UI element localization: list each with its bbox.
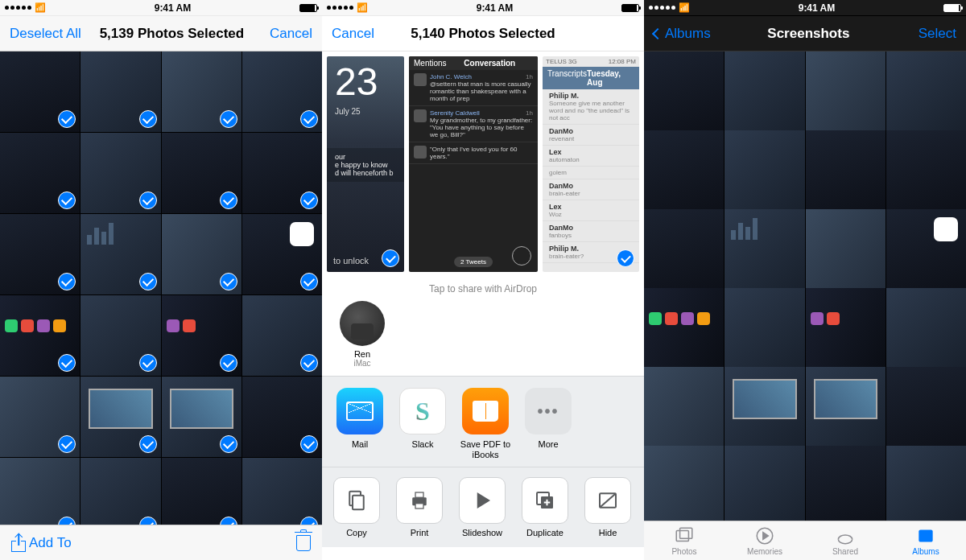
photo-thumb[interactable] <box>806 130 886 211</box>
photo-thumb[interactable] <box>644 130 724 211</box>
airdrop-contact[interactable]: Ren iMac <box>335 301 390 368</box>
photo-thumb[interactable] <box>644 288 724 369</box>
photo-thumb[interactable] <box>162 377 242 457</box>
photo-thumb[interactable] <box>886 130 966 211</box>
wifi-icon: 📶 <box>35 2 46 13</box>
share-thumb-lockscreen[interactable]: 23 July 25 our e happy to know d will he… <box>327 56 404 272</box>
photo-thumb[interactable] <box>242 214 322 294</box>
share-thumb-conversation[interactable]: Mentions Conversation John C. Welch 1h@s… <box>409 56 538 272</box>
selected-check-icon <box>220 110 237 128</box>
photo-grid[interactable] <box>644 51 966 521</box>
airdrop-contacts: Ren iMac <box>322 298 644 376</box>
hide-icon <box>584 477 631 524</box>
bottom-toolbar: Add To <box>0 525 322 560</box>
tab-memories[interactable]: Memories <box>724 525 805 556</box>
photo-thumb[interactable] <box>162 51 242 132</box>
chevron-left-icon <box>652 27 663 39</box>
photo-thumb[interactable] <box>644 209 724 290</box>
photo-thumb[interactable] <box>724 51 804 132</box>
photo-thumb[interactable] <box>806 51 886 132</box>
selected-check-icon <box>139 191 157 209</box>
selected-check-icon <box>139 517 157 525</box>
photo-thumb[interactable] <box>162 133 242 213</box>
lockscreen-day: 23 <box>327 56 404 107</box>
action-hide[interactable]: Hide <box>580 477 636 537</box>
action-slideshow[interactable]: Slideshow <box>454 477 510 537</box>
photo-thumb[interactable] <box>644 367 724 447</box>
photo-thumb[interactable] <box>886 367 966 447</box>
photo-thumb[interactable] <box>724 130 804 211</box>
photo-thumb[interactable] <box>724 446 804 521</box>
photo-thumb[interactable] <box>806 288 886 369</box>
action-duplicate[interactable]: Duplicate <box>517 477 573 537</box>
select-button[interactable]: Select <box>915 26 960 42</box>
nav-title: 5,140 Photos Selected <box>385 26 581 42</box>
signal-icon <box>327 6 353 10</box>
share-apps-row[interactable]: Mail S Slack Save PDF to iBooks ••• More <box>322 376 644 467</box>
svg-rect-9 <box>680 528 692 538</box>
trash-icon[interactable] <box>296 535 311 551</box>
signal-icon <box>649 6 675 10</box>
selected-check-icon <box>300 517 318 525</box>
back-button[interactable]: Albums <box>650 26 714 42</box>
add-to-button[interactable]: Add To <box>26 535 296 551</box>
photo-thumb[interactable] <box>886 288 966 369</box>
photo-thumb[interactable] <box>80 295 160 376</box>
photo-thumb[interactable] <box>0 133 80 213</box>
photo-thumb[interactable] <box>242 377 322 457</box>
status-time: 9:41 AM <box>799 2 836 14</box>
deselect-all-button[interactable]: Deselect All <box>6 26 85 42</box>
photo-thumb[interactable] <box>242 51 322 132</box>
photo-thumb[interactable] <box>806 209 886 290</box>
photo-thumb[interactable] <box>242 458 322 525</box>
selected-check-icon <box>139 435 157 453</box>
photo-thumb[interactable] <box>886 446 966 521</box>
photo-thumb[interactable] <box>162 295 242 376</box>
share-app-ibooks[interactable]: Save PDF to iBooks <box>456 388 515 460</box>
photo-thumb[interactable] <box>242 133 322 213</box>
photo-thumb[interactable] <box>886 51 966 132</box>
battery-icon <box>621 4 639 12</box>
cancel-button[interactable]: Cancel <box>266 26 316 42</box>
share-app-slack[interactable]: S Slack <box>393 388 452 460</box>
photo-thumb[interactable] <box>724 367 804 447</box>
photo-thumb[interactable] <box>80 133 160 213</box>
signal-icon <box>5 6 31 10</box>
photo-thumb[interactable] <box>0 458 80 525</box>
share-icon[interactable] <box>11 534 26 552</box>
contact-device: iMac <box>335 359 390 368</box>
action-print[interactable]: Print <box>391 477 448 537</box>
photo-thumb[interactable] <box>886 209 966 290</box>
tab-albums[interactable]: Albums <box>886 525 966 556</box>
mail-icon <box>336 388 383 434</box>
photo-thumb[interactable] <box>242 295 322 376</box>
photo-thumb[interactable] <box>80 214 160 294</box>
photo-thumb[interactable] <box>0 214 80 294</box>
cancel-button[interactable]: Cancel <box>328 26 378 42</box>
photo-thumb[interactable] <box>162 458 242 525</box>
photo-thumb[interactable] <box>0 295 80 376</box>
photo-thumb[interactable] <box>0 51 80 132</box>
share-thumb-transcripts[interactable]: TELUS 3G 12:08 PM Transcripts Tuesday, A… <box>543 56 639 272</box>
photo-thumb[interactable] <box>162 214 242 294</box>
tab-shared[interactable]: Shared <box>805 525 886 556</box>
share-actions-row[interactable]: Copy Print Slideshow Duplicate <box>322 467 644 547</box>
photo-thumb[interactable] <box>724 288 804 369</box>
photo-thumb[interactable] <box>80 377 160 457</box>
share-app-more[interactable]: ••• More <box>518 388 578 460</box>
photo-thumb[interactable] <box>806 367 886 447</box>
photo-thumb[interactable] <box>80 458 160 525</box>
photo-thumb[interactable] <box>0 377 80 457</box>
tab-photos[interactable]: Photos <box>644 525 724 556</box>
share-thumbnails[interactable]: 23 July 25 our e happy to know d will he… <box>322 51 644 277</box>
photo-thumb[interactable] <box>80 51 160 132</box>
photo-grid[interactable] <box>0 51 322 525</box>
share-app-mail[interactable]: Mail <box>330 388 390 460</box>
photo-thumb[interactable] <box>644 51 724 132</box>
tweets-count-pill: 2 Tweets <box>454 257 493 267</box>
action-copy[interactable]: Copy <box>328 477 385 537</box>
photo-thumb[interactable] <box>644 446 724 521</box>
status-time: 9:41 AM <box>477 2 514 14</box>
photo-thumb[interactable] <box>724 209 804 290</box>
photo-thumb[interactable] <box>806 446 886 521</box>
